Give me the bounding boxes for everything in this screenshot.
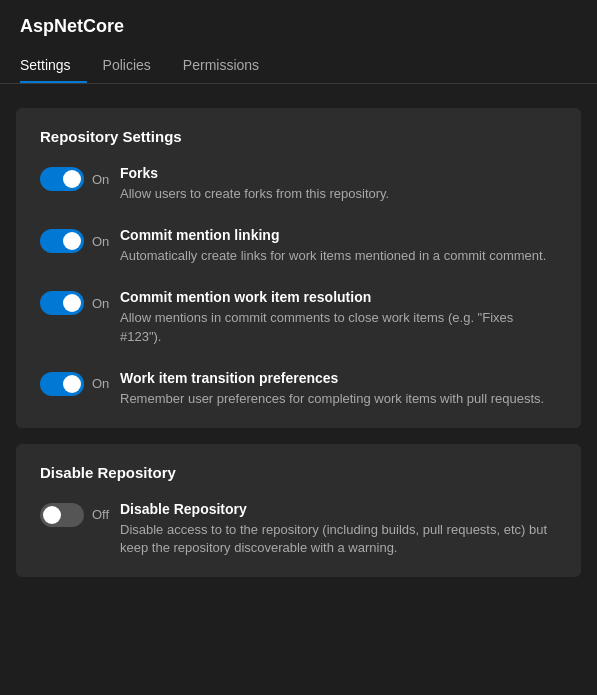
commit-mention-linking-toggle-label: On <box>92 234 109 249</box>
commit-mention-linking-name: Commit mention linking <box>120 227 557 243</box>
commit-mention-linking-info: Commit mention linking Automatically cre… <box>120 227 557 265</box>
disable-repo-name: Disable Repository <box>120 501 557 517</box>
commit-mention-linking-toggle[interactable] <box>40 229 84 253</box>
commit-mention-work-item-name: Commit mention work item resolution <box>120 289 557 305</box>
commit-mention-linking-toggle-group: On <box>40 229 120 253</box>
app-header: AspNetCore Settings Policies Permissions <box>0 0 597 83</box>
commit-mention-work-item-toggle-label: On <box>92 296 109 311</box>
commit-mention-work-item-toggle[interactable] <box>40 291 84 315</box>
tab-settings[interactable]: Settings <box>20 49 87 83</box>
commit-mention-work-item-desc: Allow mentions in commit comments to clo… <box>120 309 557 345</box>
disable-repo-toggle[interactable] <box>40 503 84 527</box>
forks-setting: On Forks Allow users to create forks fro… <box>40 165 557 203</box>
disable-repository-section: Disable Repository Off Disable Repositor… <box>16 444 581 577</box>
work-item-transition-toggle[interactable] <box>40 372 84 396</box>
tab-divider <box>0 83 597 84</box>
disable-repo-toggle-group: Off <box>40 503 120 527</box>
repository-settings-title: Repository Settings <box>40 128 557 145</box>
forks-info: Forks Allow users to create forks from t… <box>120 165 557 203</box>
disable-repo-info: Disable Repository Disable access to to … <box>120 501 557 557</box>
work-item-transition-setting: On Work item transition preferences Reme… <box>40 370 557 408</box>
commit-mention-work-item-setting: On Commit mention work item resolution A… <box>40 289 557 345</box>
work-item-transition-desc: Remember user preferences for completing… <box>120 390 557 408</box>
disable-repo-toggle-knob <box>43 506 61 524</box>
work-item-transition-toggle-label: On <box>92 376 109 391</box>
forks-desc: Allow users to create forks from this re… <box>120 185 557 203</box>
app-title: AspNetCore <box>20 16 577 37</box>
commit-mention-linking-setting: On Commit mention linking Automatically … <box>40 227 557 265</box>
disable-repo-toggle-label: Off <box>92 507 109 522</box>
commit-mention-linking-toggle-knob <box>63 232 81 250</box>
disable-repo-desc: Disable access to to the repository (inc… <box>120 521 557 557</box>
tab-policies[interactable]: Policies <box>87 49 167 83</box>
forks-name: Forks <box>120 165 557 181</box>
work-item-transition-info: Work item transition preferences Remembe… <box>120 370 557 408</box>
forks-toggle-group: On <box>40 167 120 191</box>
commit-mention-work-item-info: Commit mention work item resolution Allo… <box>120 289 557 345</box>
forks-toggle-label: On <box>92 172 109 187</box>
page-content: Repository Settings On Forks Allow users… <box>0 100 597 601</box>
repository-settings-section: Repository Settings On Forks Allow users… <box>16 108 581 428</box>
disable-repository-title: Disable Repository <box>40 464 557 481</box>
commit-mention-linking-desc: Automatically create links for work item… <box>120 247 557 265</box>
forks-toggle[interactable] <box>40 167 84 191</box>
commit-mention-work-item-toggle-group: On <box>40 291 120 315</box>
work-item-transition-name: Work item transition preferences <box>120 370 557 386</box>
commit-mention-work-item-toggle-knob <box>63 294 81 312</box>
disable-repo-setting: Off Disable Repository Disable access to… <box>40 501 557 557</box>
work-item-transition-toggle-group: On <box>40 372 120 396</box>
tab-permissions[interactable]: Permissions <box>167 49 275 83</box>
tabs-nav: Settings Policies Permissions <box>20 49 577 83</box>
forks-toggle-knob <box>63 170 81 188</box>
work-item-transition-toggle-knob <box>63 375 81 393</box>
